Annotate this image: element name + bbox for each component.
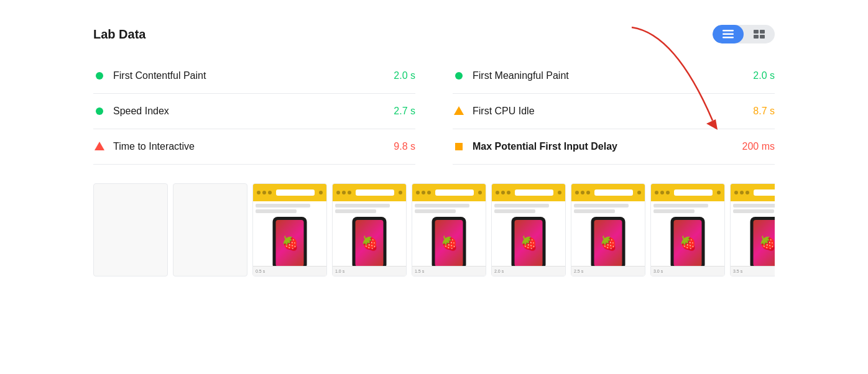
fmp-value: 2.0 s — [753, 70, 775, 81]
metrics-section: First Contentful Paint 2.0 s Speed Index… — [93, 58, 775, 165]
si-icon — [93, 105, 106, 117]
grid-icon — [754, 30, 765, 39]
metrics-left-column: First Contentful Paint 2.0 s Speed Index… — [93, 58, 415, 165]
list-icon — [723, 30, 734, 39]
metric-row: Time to Interactive 9.8 s — [93, 129, 415, 165]
svg-rect-5 — [754, 35, 759, 39]
svg-rect-0 — [723, 30, 734, 32]
filmstrip-frame: 🍓 3.0 s — [650, 183, 725, 276]
filmstrip-frame: 🍓 1.5 s — [412, 183, 486, 276]
metric-row: Speed Index 2.7 s — [93, 94, 415, 129]
svg-rect-1 — [723, 34, 734, 35]
grid-view-button[interactable] — [744, 25, 775, 43]
metric-row: First Contentful Paint 2.0 s — [93, 58, 415, 94]
tti-label: Time to Interactive — [113, 141, 394, 152]
fci-label: First CPU Idle — [473, 106, 753, 117]
filmstrip-frame: 🍓 3.5 s — [730, 183, 775, 276]
view-toggle — [713, 25, 775, 43]
filmstrip-frame: 🍓 2.0 s — [491, 183, 566, 276]
si-label: Speed Index — [113, 106, 394, 117]
fmp-icon — [453, 70, 465, 82]
filmstrip-frame: 🍓 0.5 s — [252, 183, 327, 276]
metrics-right-column: First Meaningful Paint 2.0 s First CPU I… — [453, 58, 775, 165]
fcp-icon — [93, 70, 106, 82]
mpfid-icon — [453, 140, 465, 153]
page-title: Lab Data — [93, 27, 145, 42]
fci-icon — [453, 105, 465, 117]
mpfid-label: Max Potential First Input Delay — [473, 141, 742, 152]
mpfid-value: 200 ms — [742, 141, 775, 152]
svg-rect-2 — [723, 37, 734, 39]
filmstrip-frame: 🍓 1.0 s — [332, 183, 407, 276]
header-row: Lab Data — [93, 25, 775, 43]
filmstrip-frame: 🍓 2.5 s — [571, 183, 645, 276]
metric-row: Max Potential First Input Delay 200 ms — [453, 129, 775, 165]
fcp-label: First Contentful Paint — [113, 70, 394, 81]
metric-row: First Meaningful Paint 2.0 s — [453, 58, 775, 94]
tti-icon — [93, 140, 106, 153]
svg-rect-3 — [754, 30, 759, 34]
svg-rect-4 — [760, 30, 765, 34]
tti-value: 9.8 s — [394, 141, 415, 152]
fci-value: 8.7 s — [753, 106, 775, 117]
fmp-label: First Meaningful Paint — [473, 70, 753, 81]
filmstrip: 🍓 0.5 s 🍓 1.0 — [93, 183, 775, 276]
list-view-button[interactable] — [713, 25, 744, 43]
si-value: 2.7 s — [394, 106, 415, 117]
svg-rect-6 — [760, 35, 765, 39]
metric-row: First CPU Idle 8.7 s — [453, 94, 775, 129]
fcp-value: 2.0 s — [394, 70, 415, 81]
metrics-grid: First Contentful Paint 2.0 s Speed Index… — [93, 58, 775, 165]
filmstrip-frame — [173, 183, 247, 276]
filmstrip-frame — [93, 183, 168, 276]
